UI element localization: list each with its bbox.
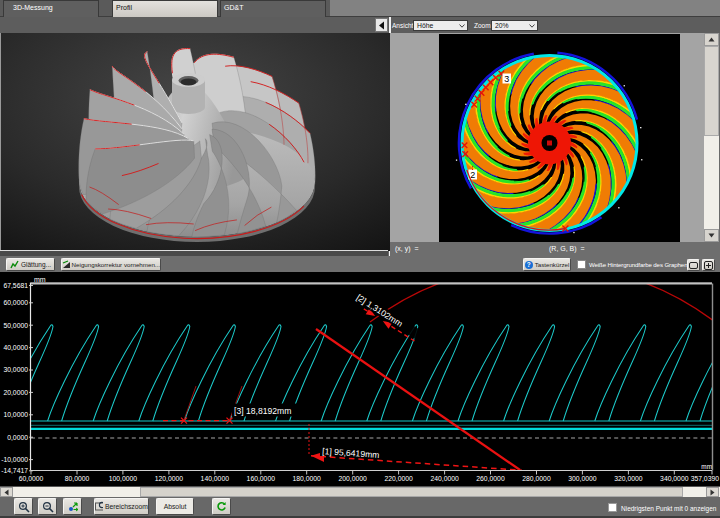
svg-text:40,0000: 40,0000 [3, 344, 28, 351]
svg-text:30,0000: 30,0000 [3, 366, 28, 373]
svg-text:140,0000: 140,0000 [201, 475, 230, 482]
svg-text:80,0000: 80,0000 [65, 475, 90, 482]
svg-text:-10,0000: -10,0000 [1, 456, 28, 463]
svg-text:50,0000: 50,0000 [3, 322, 28, 329]
svg-text:3: 3 [504, 74, 509, 84]
svg-text:-14,7417: -14,7417 [1, 467, 28, 474]
svg-text:357,0390: 357,0390 [691, 475, 720, 482]
svg-text:180,0000: 180,0000 [293, 475, 322, 482]
svg-text:[3] 18,8192mm: [3] 18,8192mm [234, 406, 291, 416]
svg-text:mm: mm [34, 276, 46, 283]
svg-text:280,0000: 280,0000 [522, 475, 551, 482]
svg-text:260,0000: 260,0000 [476, 475, 505, 482]
svg-text:300,0000: 300,0000 [568, 475, 597, 482]
svg-text:60,0000: 60,0000 [3, 299, 28, 306]
svg-text:340,0000: 340,0000 [660, 475, 689, 482]
svg-text:320,0000: 320,0000 [614, 475, 643, 482]
svg-text:mm: mm [701, 463, 712, 470]
svg-text:220,0000: 220,0000 [384, 475, 413, 482]
svg-text:10,0000: 10,0000 [3, 411, 28, 418]
svg-text:120,0000: 120,0000 [155, 475, 184, 482]
svg-text:0,0000: 0,0000 [7, 434, 28, 441]
svg-text:240,0000: 240,0000 [430, 475, 459, 482]
svg-text:160,0000: 160,0000 [247, 475, 276, 482]
svg-text:2: 2 [470, 170, 475, 180]
svg-text:200,0000: 200,0000 [339, 475, 368, 482]
svg-text:20,0000: 20,0000 [3, 389, 28, 396]
svg-text:67,5681: 67,5681 [3, 282, 28, 289]
svg-text:60,0000: 60,0000 [19, 475, 44, 482]
svg-text:100,0000: 100,0000 [109, 475, 138, 482]
